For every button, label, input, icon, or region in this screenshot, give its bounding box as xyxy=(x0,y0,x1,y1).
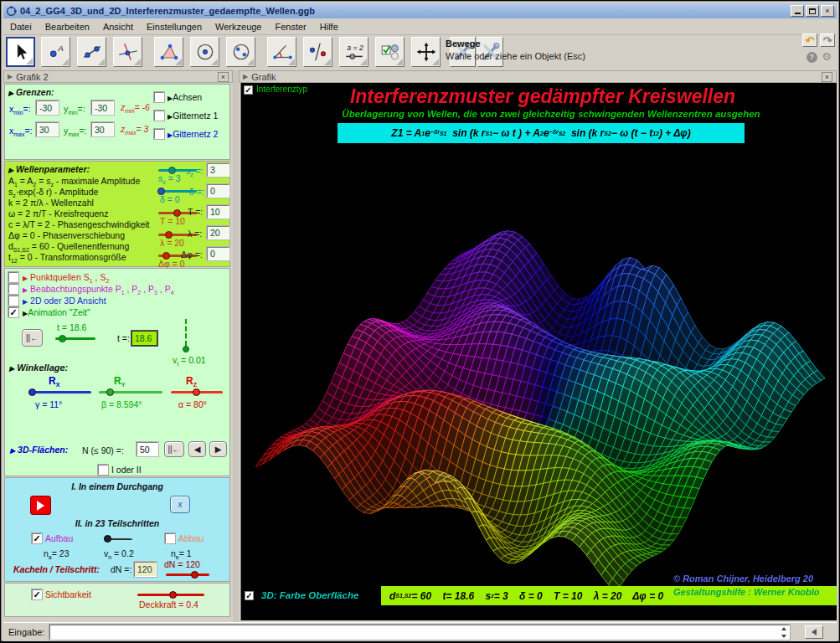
vn-slider[interactable] xyxy=(104,538,132,540)
wellenparameter-section: ▶ Wellenparameter: A1 = A2 = sz - maxima… xyxy=(4,161,230,267)
rz-slider[interactable] xyxy=(171,391,223,394)
grafik-close-icon[interactable]: × xyxy=(822,72,832,82)
dn-slider[interactable] xyxy=(166,574,209,576)
credit-author: © Roman Chijner, Heidelberg 20 xyxy=(673,574,813,584)
minimize-button[interactable] xyxy=(791,5,804,17)
maximize-button[interactable] xyxy=(806,5,819,17)
ymax-input[interactable] xyxy=(91,122,114,136)
interferenztyp-checkbox[interactable] xyxy=(244,85,253,95)
menu-werkzeuge[interactable]: Werkzeuge xyxy=(209,20,268,33)
conic-tool-button[interactable] xyxy=(226,37,255,67)
T-input[interactable] xyxy=(207,205,229,219)
menu-bearbeiten[interactable]: Bearbeiten xyxy=(39,20,96,33)
animation-zeit-label: Animation "Zeit" xyxy=(28,307,90,317)
rx-label: RX xyxy=(49,375,59,388)
menu-ansicht[interactable]: Ansicht xyxy=(96,20,140,33)
line-tool-button[interactable] xyxy=(77,37,106,67)
spinner-up-icon xyxy=(781,627,786,630)
sichtbarkeit-checkbox[interactable] xyxy=(32,589,42,599)
reflect-tool-button[interactable] xyxy=(303,37,332,67)
grafik-panel: Interferenztyp Interferenzmuster gedämpf… xyxy=(240,83,837,620)
farbe-oberflaeche-checkbox[interactable] xyxy=(245,591,254,600)
flaechen-reset-button[interactable]: ||← xyxy=(164,441,184,457)
move-view-tool-button[interactable] xyxy=(411,37,441,67)
delta-input[interactable] xyxy=(207,184,229,198)
lambda-input[interactable] xyxy=(207,226,229,239)
abbau-checkbox[interactable] xyxy=(165,533,175,543)
vt-slider[interactable] xyxy=(185,319,187,346)
t-slider-label: t = 18.6 xyxy=(57,322,86,332)
play-button[interactable] xyxy=(30,496,51,515)
sz-input-label: sz =: xyxy=(186,166,204,177)
t-input-label: t =: xyxy=(117,333,130,343)
section-toggle-icon[interactable]: ▶ xyxy=(10,447,15,455)
lambda-slider-label: λ = 20 xyxy=(160,238,184,248)
gitternetz1-checkbox[interactable] xyxy=(154,111,164,121)
panel-collapse-icon[interactable]: ▶ xyxy=(8,73,13,80)
kacheln-label: Kacheln / Teilschritt: xyxy=(13,564,100,574)
dphi-input[interactable] xyxy=(207,247,229,260)
settings-gear-button[interactable]: ⚙ xyxy=(819,49,834,63)
flaechen-prev-button[interactable]: ◀ xyxy=(188,441,206,457)
menu-fenster[interactable]: Fenster xyxy=(268,20,312,33)
menu-hilfe[interactable]: Hilfe xyxy=(313,20,345,33)
zmin-value: zmin= -6 xyxy=(121,102,150,114)
point-tool-button[interactable]: A xyxy=(41,37,70,67)
undo-button[interactable]: ↶ xyxy=(802,33,817,47)
polygon-tool-button[interactable] xyxy=(154,37,183,67)
ry-slider[interactable] xyxy=(99,391,162,394)
aufbau-checkbox[interactable] xyxy=(32,533,42,543)
beobachtungspunkte-checkbox[interactable] xyxy=(8,284,18,294)
redo-button[interactable]: ↷ xyxy=(820,33,835,47)
xmin-input[interactable] xyxy=(36,100,59,115)
t-slider[interactable] xyxy=(55,337,95,340)
sz-input[interactable] xyxy=(207,163,229,177)
punktquellen-checkbox[interactable] xyxy=(8,272,18,282)
section-toggle-icon[interactable]: ▶ xyxy=(9,365,14,373)
achsen-label: Achsen xyxy=(173,92,202,102)
zmax-value: zmax= 3 xyxy=(121,124,148,136)
input-help-button[interactable] xyxy=(805,625,823,639)
deckkraft-slider[interactable] xyxy=(137,594,204,596)
grafik2-close-icon[interactable]: × xyxy=(218,72,229,82)
i-oder-ii-checkbox[interactable] xyxy=(98,465,108,475)
ymin-input[interactable] xyxy=(91,100,114,115)
t-input[interactable] xyxy=(131,331,157,346)
x-button[interactable]: x xyxy=(170,496,190,513)
close-button[interactable]: × xyxy=(821,5,834,17)
circle-tool-button[interactable] xyxy=(190,37,219,67)
achsen-checkbox[interactable] xyxy=(154,92,164,102)
section-toggle-icon[interactable]: ▶ xyxy=(8,167,13,174)
animation-pause-button[interactable]: ||← xyxy=(22,329,43,347)
ne-value: ne= 1 xyxy=(171,548,192,560)
n-input[interactable] xyxy=(137,442,158,456)
xmax-input[interactable] xyxy=(36,122,59,136)
angle-tool-button[interactable] xyxy=(267,37,296,67)
animation-zeit-checkbox[interactable] xyxy=(8,307,18,317)
eingabe-label: Eingabe: xyxy=(8,627,44,637)
checkbox-tool-button[interactable] xyxy=(375,37,405,67)
menu-datei[interactable]: Datei xyxy=(3,20,39,33)
menu-einstellungen[interactable]: Einstellungen xyxy=(140,20,209,33)
flaechen-next-button[interactable]: ▶ xyxy=(209,441,227,457)
title-bar: 04_2_GG4_3D_und_2D_Interferenzmuster_ged… xyxy=(3,3,837,18)
move-tool-button[interactable] xyxy=(6,37,35,67)
eingabe-input[interactable] xyxy=(49,625,790,640)
dn-input[interactable] xyxy=(134,562,157,577)
grafik2-panel-title: Grafik 2 xyxy=(16,72,49,82)
section-toggle-icon[interactable]: ▶ xyxy=(8,90,13,97)
input-history-spinner[interactable] xyxy=(780,627,787,638)
ansicht-2d3d-label: 2D oder 3D Ansicht xyxy=(30,296,106,306)
panel-splitter[interactable] xyxy=(233,70,239,622)
rx-slider[interactable] xyxy=(28,391,91,394)
wellen-line-7: dS1,S2 = 60 - Quellenentfernung xyxy=(8,241,129,253)
graphics-3d-view[interactable] xyxy=(241,83,837,620)
slider-tool-button[interactable]: a = 2 xyxy=(339,37,368,67)
panel-collapse-icon[interactable]: ▶ xyxy=(243,73,248,80)
help-button[interactable]: ? xyxy=(804,50,819,64)
vt-slider-knob[interactable] xyxy=(183,346,189,352)
gitternetz2-checkbox[interactable] xyxy=(154,129,164,139)
ansicht-2d3d-checkbox[interactable] xyxy=(8,296,18,306)
perpendicular-tool-button[interactable] xyxy=(113,37,142,67)
wellen-line-5: c = λ/T = 2 - Phasengeschwindigkeit xyxy=(8,219,149,229)
